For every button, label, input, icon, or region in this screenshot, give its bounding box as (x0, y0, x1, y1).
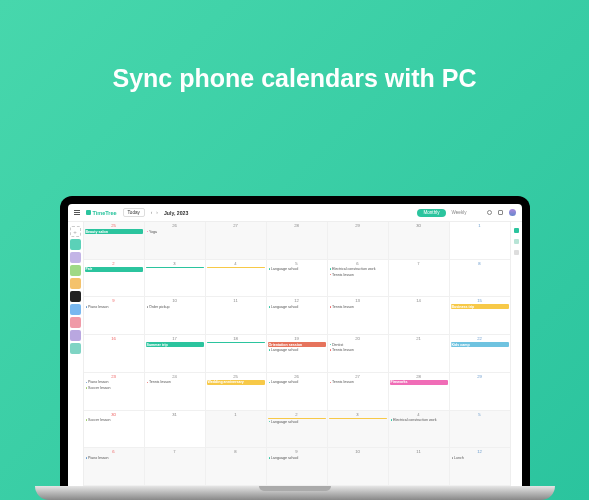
event[interactable]: Tennis lesson (329, 380, 387, 385)
day-cell[interactable]: 25Beauty salon (84, 222, 145, 259)
day-cell[interactable]: 8 (450, 260, 510, 297)
event[interactable]: Dentist (329, 342, 387, 347)
day-cell[interactable]: 31 (145, 411, 206, 448)
day-cell[interactable]: 16 (84, 335, 145, 372)
day-cell[interactable]: 11 (389, 448, 450, 485)
day-cell[interactable]: 10 (328, 448, 389, 485)
day-cell[interactable]: 11 (206, 297, 267, 334)
event[interactable]: Tennis lesson (329, 348, 387, 353)
event[interactable] (207, 342, 265, 343)
day-cell[interactable]: 2Fair (84, 260, 145, 297)
event[interactable]: Language school (268, 304, 326, 309)
event[interactable]: Electrical construction work (390, 418, 448, 423)
day-cell[interactable]: 26Language school (267, 373, 328, 410)
day-cell[interactable]: 24Tennis lesson (145, 373, 206, 410)
day-cell[interactable]: 29 (450, 373, 510, 410)
event[interactable]: Fair (85, 267, 143, 272)
menu-icon[interactable] (74, 210, 80, 215)
search-icon[interactable] (487, 210, 492, 215)
day-cell[interactable]: 19Orientation sessionLanguage school (267, 335, 328, 372)
event[interactable]: Soccer lesson (85, 385, 143, 390)
event[interactable]: Lunch (451, 455, 509, 460)
day-cell[interactable]: 14 (389, 297, 450, 334)
event[interactable]: Language school (268, 455, 326, 460)
day-cell[interactable]: 20DentistTennis lesson (328, 335, 389, 372)
calendar-tile[interactable] (70, 252, 81, 263)
day-cell[interactable]: 7 (145, 448, 206, 485)
event[interactable]: Piano lesson (85, 304, 143, 309)
calendar-tile[interactable] (70, 239, 81, 250)
rightbar-icon[interactable] (514, 239, 519, 244)
day-cell[interactable]: 5Language school (267, 260, 328, 297)
day-cell[interactable]: 3 (328, 411, 389, 448)
day-cell[interactable]: 15Business trip (450, 297, 510, 334)
event[interactable]: Orientation session (268, 342, 326, 347)
event[interactable]: Order pickup (146, 304, 204, 309)
day-cell[interactable]: 1 (450, 222, 510, 259)
calendar-tile[interactable] (70, 343, 81, 354)
event[interactable]: Tennis lesson (329, 304, 387, 309)
day-cell[interactable]: 2Language school (267, 411, 328, 448)
day-cell[interactable]: 9Language school (267, 448, 328, 485)
add-calendar-button[interactable]: + (70, 226, 81, 237)
avatar[interactable] (509, 209, 516, 216)
day-cell[interactable]: 5 (450, 411, 510, 448)
event[interactable]: Business trip (451, 304, 509, 309)
calendar-tile[interactable] (70, 330, 81, 341)
day-cell[interactable]: 30Soccer lesson (84, 411, 145, 448)
day-cell[interactable]: 7 (389, 260, 450, 297)
calendar-tile[interactable] (70, 278, 81, 289)
prev-month-icon[interactable]: ‹ (151, 210, 153, 215)
calendar-tile[interactable] (70, 291, 81, 302)
settings-icon[interactable] (498, 210, 503, 215)
event[interactable]: Language school (268, 348, 326, 353)
day-cell[interactable]: 22Kids camp (450, 335, 510, 372)
day-cell[interactable]: 26Yoga (145, 222, 206, 259)
event[interactable]: Yoga (146, 229, 204, 234)
day-cell[interactable]: 9Piano lesson (84, 297, 145, 334)
event[interactable]: Kids camp (451, 342, 509, 347)
event[interactable]: Soccer lesson (85, 418, 143, 423)
calendar-tile[interactable] (70, 317, 81, 328)
day-cell[interactable]: 12Lunch (450, 448, 510, 485)
day-cell[interactable]: 13Tennis lesson (328, 297, 389, 334)
day-cell[interactable]: 21 (389, 335, 450, 372)
day-cell[interactable]: 27Tennis lesson (328, 373, 389, 410)
event[interactable] (207, 267, 265, 268)
event[interactable]: Language school (268, 419, 326, 424)
view-weekly-button[interactable]: Weekly (446, 209, 473, 217)
event[interactable]: Wedding anniversary (207, 380, 265, 385)
day-cell[interactable]: 4Electrical construction work (389, 411, 450, 448)
view-monthly-button[interactable]: Monthly (417, 209, 445, 217)
event[interactable]: Beauty salon (85, 229, 143, 234)
day-cell[interactable]: 10Order pickup (145, 297, 206, 334)
day-cell[interactable]: 12Language school (267, 297, 328, 334)
day-cell[interactable]: 28 (267, 222, 328, 259)
event[interactable]: Language school (268, 380, 326, 385)
today-button[interactable]: Today (123, 208, 145, 217)
day-cell[interactable]: 28Fireworks (389, 373, 450, 410)
event[interactable]: Piano lesson (85, 455, 143, 460)
event[interactable]: Tennis lesson (146, 380, 204, 385)
event[interactable]: Tennis lesson (329, 272, 387, 277)
day-cell[interactable]: 3 (145, 260, 206, 297)
day-cell[interactable]: 30 (389, 222, 450, 259)
calendar-tile[interactable] (70, 304, 81, 315)
day-cell[interactable]: 6Piano lesson (84, 448, 145, 485)
rightbar-icon[interactable] (514, 250, 519, 255)
day-cell[interactable]: 25Wedding anniversary (206, 373, 267, 410)
day-cell[interactable]: 4 (206, 260, 267, 297)
day-cell[interactable]: 17Summer trip (145, 335, 206, 372)
event[interactable]: Fireworks (390, 380, 448, 385)
day-cell[interactable]: 23Piano lessonSoccer lesson (84, 373, 145, 410)
event[interactable] (146, 267, 204, 268)
event[interactable]: Summer trip (146, 342, 204, 347)
event[interactable] (329, 418, 387, 419)
day-cell[interactable]: 29 (328, 222, 389, 259)
day-cell[interactable]: 18 (206, 335, 267, 372)
event[interactable]: Electrical construction work (329, 267, 387, 272)
calendar-tile[interactable] (70, 265, 81, 276)
day-cell[interactable]: 1 (206, 411, 267, 448)
next-month-icon[interactable]: › (156, 210, 158, 215)
day-cell[interactable]: 27 (206, 222, 267, 259)
